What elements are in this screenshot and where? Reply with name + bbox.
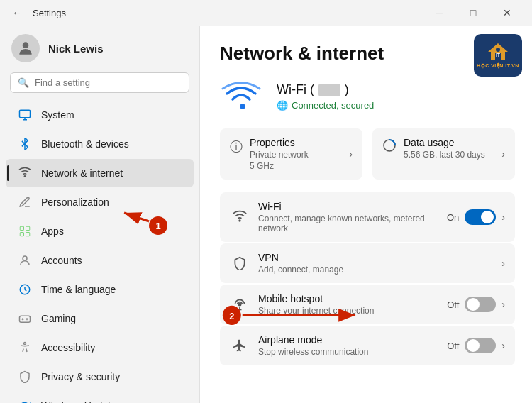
sidebar-item-accessibility[interactable]: Accessibility <box>6 333 194 362</box>
mobile-hotspot-icon <box>230 297 250 311</box>
data-usage-body: Data usage 5.56 GB, last 30 days <box>404 137 494 160</box>
quick-cards: ⓘ Properties Private network 5 GHz › Dat… <box>220 128 515 180</box>
sidebar-item-label: Accounts <box>41 255 82 266</box>
sidebar-item-privacy[interactable]: Privacy & security <box>6 363 194 391</box>
wifi-title: Wi-Fi <box>258 201 438 212</box>
toggle-thumb <box>481 211 494 223</box>
user-profile[interactable]: Nick Lewis <box>0 26 199 72</box>
sidebar: Nick Lewis 🔍 SystemBluetooth & devicesNe… <box>0 26 200 403</box>
properties-chevron: › <box>349 148 353 160</box>
svg-text:IT: IT <box>496 53 501 57</box>
vpn-icon <box>230 256 250 270</box>
info-icon: ⓘ <box>230 138 243 155</box>
airplane-mode-icon <box>230 338 250 353</box>
system-icon <box>17 107 33 123</box>
logo-text: HỌC VIỆN IT.VN <box>477 63 519 69</box>
sidebar-item-label: System <box>41 109 74 121</box>
airplane-mode-toggle-label: Off <box>447 341 459 351</box>
mobile-hotspot-toggle[interactable] <box>465 297 496 312</box>
sidebar-item-gaming[interactable]: Gaming <box>6 304 194 333</box>
wifi-info: Wi-Fi ( ) 🌐 Connected, secured <box>277 82 374 111</box>
mobile-hotspot-body: Mobile hotspotShare your internet connec… <box>258 293 438 316</box>
close-button[interactable]: ✕ <box>491 3 523 23</box>
sidebar-item-label: Bluetooth & devices <box>41 138 129 150</box>
data-usage-card[interactable]: Data usage 5.56 GB, last 30 days › <box>372 128 515 180</box>
accounts-icon <box>17 253 33 268</box>
windows-update-icon <box>17 398 33 403</box>
airplane-mode-toggle[interactable] <box>465 338 496 353</box>
app-title: Settings <box>33 8 66 18</box>
svg-point-17 <box>238 303 240 305</box>
sidebar-item-label: Apps <box>41 226 64 237</box>
properties-card[interactable]: ⓘ Properties Private network 5 GHz › <box>220 128 362 180</box>
wifi-status: 🌐 Connected, secured <box>277 100 374 111</box>
wifi-hero-icon <box>220 79 262 114</box>
minimize-button[interactable]: ─ <box>423 3 455 23</box>
logo: IT HỌC VIỆN IT.VN <box>474 34 522 77</box>
vpn-right: › <box>501 258 505 269</box>
network-icon <box>17 165 33 181</box>
wifi-body: Wi-FiConnect, manage known networks, met… <box>258 201 438 233</box>
wifi-sub: Connect, manage known networks, metered … <box>258 214 438 233</box>
sidebar-item-personalization[interactable]: Personalization <box>6 188 194 216</box>
settings-item-wifi[interactable]: Wi-FiConnect, manage known networks, met… <box>220 192 515 242</box>
wifi-toggle[interactable] <box>465 209 496 225</box>
window-controls: ─ □ ✕ <box>423 3 523 23</box>
settings-item-airplane-mode[interactable]: Airplane modeStop wireless communication… <box>220 326 515 365</box>
sidebar-item-bluetooth[interactable]: Bluetooth & devices <box>6 130 194 158</box>
wifi-toggle-label: On <box>447 212 459 223</box>
mobile-hotspot-toggle-label: Off <box>447 299 459 310</box>
search-icon: 🔍 <box>18 77 29 88</box>
settings-item-vpn[interactable]: VPNAdd, connect, manage› <box>220 243 515 283</box>
maximize-button[interactable]: □ <box>457 3 489 23</box>
privacy-icon <box>17 369 33 385</box>
mobile-hotspot-sub: Share your internet connection <box>258 306 438 316</box>
sidebar-item-label: Time & language <box>41 284 116 295</box>
sidebar-item-windows-update[interactable]: Windows Update <box>6 392 194 403</box>
sidebar-item-label: Windows Update <box>41 400 116 403</box>
svg-rect-6 <box>26 233 30 236</box>
settings-list: Wi-FiConnect, manage known networks, met… <box>220 192 515 365</box>
back-button[interactable]: ← <box>9 4 26 21</box>
svg-point-2 <box>24 176 26 177</box>
wifi-chevron: › <box>501 211 505 223</box>
search-box[interactable]: 🔍 <box>10 72 189 93</box>
globe-icon: 🌐 <box>277 100 288 111</box>
settings-item-mobile-hotspot[interactable]: Mobile hotspotShare your internet connec… <box>220 285 515 324</box>
properties-title: Properties <box>250 137 342 148</box>
accessibility-icon <box>17 340 33 355</box>
properties-sub2: 5 GHz <box>250 161 342 171</box>
sidebar-item-time[interactable]: Time & language <box>6 275 194 304</box>
active-indicator <box>7 165 9 181</box>
sidebar-item-network[interactable]: Network & internet <box>6 159 194 187</box>
svg-rect-4 <box>26 226 30 230</box>
toggle-thumb <box>467 298 480 311</box>
data-usage-sub: 5.56 GB, last 30 days <box>404 150 494 160</box>
svg-point-10 <box>24 343 26 345</box>
svg-rect-9 <box>20 316 31 322</box>
content-area: IT HỌC VIỆN IT.VN Network & internet Wi-… <box>200 26 532 403</box>
search-input[interactable] <box>35 77 182 88</box>
airplane-mode-title: Airplane mode <box>258 334 438 346</box>
data-usage-icon <box>382 138 397 156</box>
sidebar-item-accounts[interactable]: Accounts <box>6 246 194 275</box>
data-usage-title: Data usage <box>404 137 494 148</box>
title-bar: ← Settings ─ □ ✕ <box>0 0 532 26</box>
sidebar-item-label: Accessibility <box>41 342 95 353</box>
toggle-thumb <box>467 339 480 352</box>
vpn-chevron: › <box>501 258 505 269</box>
svg-point-16 <box>239 220 240 221</box>
svg-rect-1 <box>20 110 31 118</box>
wifi-name: Wi-Fi ( ) <box>277 82 374 97</box>
sidebar-item-system[interactable]: System <box>6 101 194 129</box>
sidebar-item-label: Personalization <box>41 197 109 208</box>
personalization-icon <box>17 194 33 210</box>
mobile-hotspot-right: Off› <box>447 297 505 312</box>
nav-list: SystemBluetooth & devicesNetwork & inter… <box>0 100 199 403</box>
bluetooth-icon <box>17 136 33 152</box>
properties-sub1: Private network <box>250 150 342 160</box>
sidebar-item-label: Privacy & security <box>41 371 120 382</box>
svg-point-0 <box>23 42 29 48</box>
sidebar-item-label: Gaming <box>41 313 76 324</box>
sidebar-item-apps[interactable]: Apps <box>6 217 194 245</box>
